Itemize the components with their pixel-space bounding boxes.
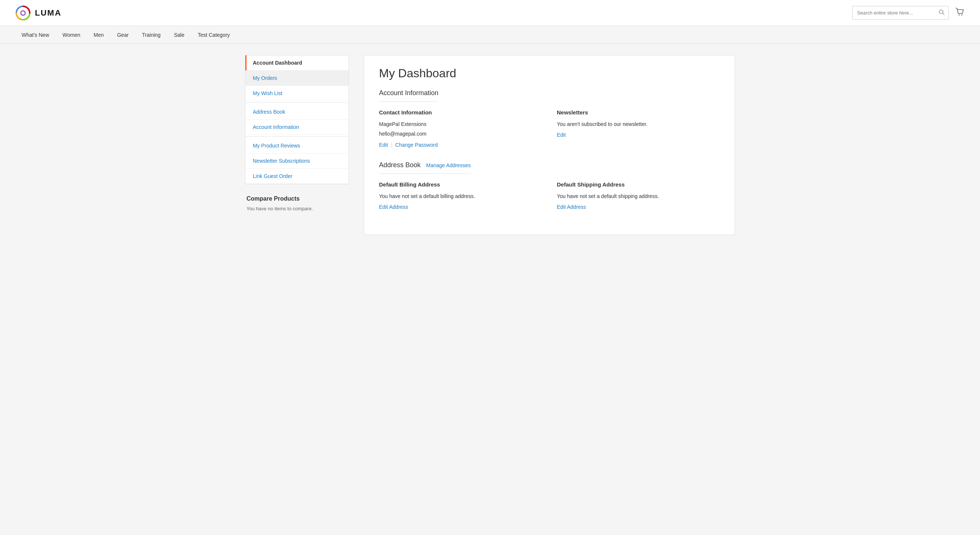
address-book-title: Address Book Manage Addresses bbox=[379, 161, 471, 174]
search-icon bbox=[939, 9, 945, 15]
sidebar-item-address-book[interactable]: Address Book bbox=[245, 104, 348, 120]
shipping-edit-link[interactable]: Edit Address bbox=[557, 204, 586, 210]
svg-point-4 bbox=[959, 14, 960, 15]
main-layout: Account Dashboard My Orders My Wish List… bbox=[230, 44, 750, 246]
cart-button[interactable] bbox=[955, 7, 965, 19]
sidebar-item-account-dashboard[interactable]: Account Dashboard bbox=[245, 55, 348, 70]
main-content: My Dashboard Account Information Contact… bbox=[364, 55, 735, 235]
billing-actions: Edit Address bbox=[379, 204, 542, 210]
nav-item-sale[interactable]: Sale bbox=[167, 26, 191, 44]
contact-name: MagePal Extensions bbox=[379, 120, 542, 128]
sidebar-item-account-information[interactable]: Account Information bbox=[245, 120, 348, 135]
cart-icon bbox=[955, 7, 965, 17]
shipping-title: Default Shipping Address bbox=[557, 181, 720, 188]
manage-addresses-link[interactable]: Manage Addresses bbox=[426, 162, 471, 168]
logo-text: LUMA bbox=[35, 8, 62, 18]
svg-point-5 bbox=[961, 14, 963, 15]
billing-text: You have not set a default billing addre… bbox=[379, 192, 542, 200]
sidebar-nav: Account Dashboard My Orders My Wish List… bbox=[245, 55, 349, 184]
contact-info-title: Contact Information bbox=[379, 109, 542, 115]
shipping-actions: Edit Address bbox=[557, 204, 720, 210]
search-bar bbox=[852, 6, 949, 20]
nav-item-test-category[interactable]: Test Category bbox=[191, 26, 237, 44]
sidebar-item-link-guest-order[interactable]: Link Guest Order bbox=[245, 169, 348, 184]
svg-point-1 bbox=[21, 11, 25, 15]
page-title: My Dashboard bbox=[379, 67, 720, 80]
compare-title: Compare Products bbox=[247, 195, 347, 202]
account-info-columns: Contact Information MagePal Extensions h… bbox=[379, 109, 720, 148]
contact-info-col: Contact Information MagePal Extensions h… bbox=[379, 109, 542, 148]
newsletters-text: You aren't subscribed to our newsletter. bbox=[557, 120, 720, 128]
compare-section: Compare Products You have no items to co… bbox=[245, 195, 349, 211]
newsletters-col: Newsletters You aren't subscribed to our… bbox=[557, 109, 720, 148]
sidebar-item-my-wish-list[interactable]: My Wish List bbox=[245, 86, 348, 101]
address-book-section: Address Book Manage Addresses Default Bi… bbox=[379, 161, 720, 210]
header: LUMA bbox=[0, 0, 980, 26]
contact-edit-link[interactable]: Edit bbox=[379, 142, 388, 148]
change-password-link[interactable]: Change Password bbox=[395, 142, 438, 148]
contact-actions: Edit | Change Password bbox=[379, 142, 542, 148]
main-nav: What's New Women Men Gear Training Sale … bbox=[0, 26, 980, 44]
search-input[interactable] bbox=[853, 7, 935, 19]
header-right bbox=[852, 6, 965, 20]
billing-title: Default Billing Address bbox=[379, 181, 542, 188]
contact-separator: | bbox=[391, 142, 392, 148]
newsletters-actions: Edit bbox=[557, 132, 720, 138]
sidebar: Account Dashboard My Orders My Wish List… bbox=[245, 55, 349, 235]
nav-item-training[interactable]: Training bbox=[135, 26, 167, 44]
sidebar-item-my-orders[interactable]: My Orders bbox=[245, 70, 348, 86]
nav-item-men[interactable]: Men bbox=[87, 26, 110, 44]
logo-icon bbox=[15, 5, 31, 21]
address-book-title-text: Address Book bbox=[379, 161, 421, 169]
nav-item-gear[interactable]: Gear bbox=[110, 26, 135, 44]
address-book-header: Address Book Manage Addresses bbox=[379, 161, 720, 174]
sidebar-item-my-product-reviews[interactable]: My Product Reviews bbox=[245, 138, 348, 153]
account-info-section: Account Information Contact Information … bbox=[379, 89, 720, 148]
logo[interactable]: LUMA bbox=[15, 5, 62, 21]
svg-line-3 bbox=[943, 13, 944, 15]
newsletters-edit-link[interactable]: Edit bbox=[557, 132, 566, 138]
account-info-title: Account Information bbox=[379, 89, 438, 102]
sidebar-divider-1 bbox=[245, 102, 348, 103]
shipping-text: You have not set a default shipping addr… bbox=[557, 192, 720, 200]
address-book-columns: Default Billing Address You have not set… bbox=[379, 181, 720, 210]
compare-text: You have no items to compare. bbox=[247, 206, 347, 211]
search-button[interactable] bbox=[935, 6, 948, 19]
billing-address-col: Default Billing Address You have not set… bbox=[379, 181, 542, 210]
sidebar-item-newsletter-subscriptions[interactable]: Newsletter Subscriptions bbox=[245, 153, 348, 169]
shipping-address-col: Default Shipping Address You have not se… bbox=[557, 181, 720, 210]
newsletters-title: Newsletters bbox=[557, 109, 720, 115]
nav-item-women[interactable]: Women bbox=[56, 26, 87, 44]
billing-edit-link[interactable]: Edit Address bbox=[379, 204, 408, 210]
sidebar-divider-2 bbox=[245, 136, 348, 137]
contact-email: hello@magepal.com bbox=[379, 130, 542, 138]
account-info-header: Account Information bbox=[379, 89, 720, 102]
nav-item-whats-new[interactable]: What's New bbox=[15, 26, 56, 44]
